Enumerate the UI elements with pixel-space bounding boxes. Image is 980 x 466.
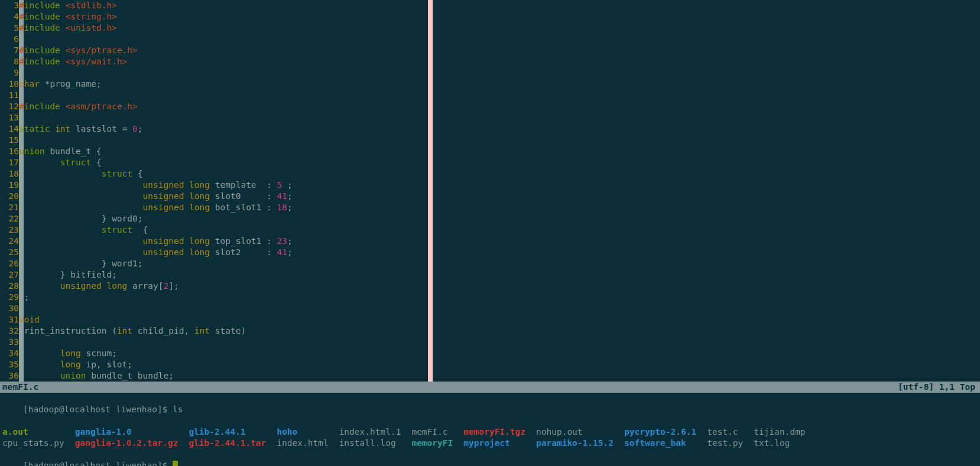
code-line[interactable]: 22 } word0;: [0, 213, 980, 224]
code-text: void: [19, 314, 40, 325]
line-number: 5: [0, 22, 20, 34]
line-number: 35: [0, 359, 20, 370]
line-number: 23: [0, 224, 20, 236]
code-line[interactable]: 11: [0, 90, 980, 101]
line-number: 28: [0, 281, 20, 292]
code-text: unsigned long slot0 : 41;: [19, 191, 293, 202]
color-column: [428, 0, 433, 382]
code-text: union bundle_t bundle;: [19, 370, 174, 382]
code-line[interactable]: 14static int lastslot = 0;: [0, 123, 980, 135]
ls-output: a.outganglia-1.0glib-2.44.1hohoindex.htm…: [2, 426, 816, 449]
code-line[interactable]: 17 struct {: [0, 157, 980, 168]
code-text: {: [19, 337, 24, 348]
code-line[interactable]: 7#include <sys/ptrace.h>: [0, 45, 980, 56]
code-line[interactable]: 6: [0, 34, 980, 45]
code-line[interactable]: 29};: [0, 292, 980, 303]
line-number: 21: [0, 202, 20, 213]
code-line[interactable]: 13: [0, 112, 980, 123]
code-text: struct {: [19, 224, 148, 236]
code-line[interactable]: 19 unsigned long template : 5 ;: [0, 180, 980, 191]
ls-entry: install.log: [339, 438, 412, 449]
code-text: unsigned long template : 5 ;: [19, 180, 293, 191]
code-text: struct {: [19, 168, 143, 180]
code-text: };: [19, 292, 29, 303]
code-line[interactable]: 3#include <stdlib.h>: [0, 0, 980, 11]
code-line[interactable]: 16union bundle_t {: [0, 146, 980, 157]
ls-entry: paramiko-1.15.2: [536, 438, 624, 449]
shell-prompt: [hadoop@localhost liwenhao]$: [23, 461, 173, 466]
ls-row: a.outganglia-1.0glib-2.44.1hohoindex.htm…: [2, 426, 816, 438]
ls-row: cpu_stats.pyganglia-1.0.2.tar.gzglib-2.4…: [2, 438, 816, 449]
code-text: long scnum;: [19, 348, 117, 359]
terminal-line: [hadoop@localhost liwenhao]$ ls: [2, 393, 980, 426]
code-text: unsigned long slot2 : 41;: [19, 247, 293, 258]
code-text: } word0;: [19, 213, 143, 224]
code-text: struct {: [19, 157, 102, 168]
code-text: char *prog_name;: [19, 79, 102, 90]
line-number: 20: [0, 191, 20, 202]
code-line[interactable]: 34 long scnum;: [0, 348, 980, 359]
line-number: 26: [0, 258, 20, 269]
code-text: static int lastslot = 0;: [19, 123, 143, 135]
code-line[interactable]: 30: [0, 303, 980, 314]
code-line[interactable]: 31void: [0, 314, 980, 325]
code-text: #include <stdlib.h>: [19, 0, 117, 11]
ls-entry: memoryFI: [411, 438, 463, 449]
vim-editor[interactable]: 3#include <stdlib.h>4#include <string.h>…: [0, 0, 980, 382]
code-text: #include <unistd.h>: [19, 22, 117, 34]
code-text: unsigned long bot_slot1 : 18;: [19, 202, 293, 213]
code-line[interactable]: 33{: [0, 337, 980, 348]
code-line[interactable]: 24 unsigned long top_slot1 : 23;: [0, 236, 980, 247]
line-number: 8: [0, 56, 20, 67]
status-scroll: Top: [960, 382, 975, 392]
code-line[interactable]: 10char *prog_name;: [0, 79, 980, 90]
cursor-column: [19, 67, 24, 79]
code-line[interactable]: 18 struct {: [0, 168, 980, 180]
code-line[interactable]: 4#include <string.h>: [0, 11, 980, 22]
code-line[interactable]: 8#include <sys/wait.h>: [0, 56, 980, 67]
code-line[interactable]: 35 long ip, slot;: [0, 359, 980, 370]
line-number: 6: [0, 34, 20, 45]
line-number: 18: [0, 168, 20, 180]
code-line[interactable]: 20 unsigned long slot0 : 41;: [0, 191, 980, 202]
terminal-line: [hadoop@localhost liwenhao]$: [2, 449, 980, 466]
line-number: 14: [0, 123, 20, 135]
code-line[interactable]: 23 struct {: [0, 224, 980, 236]
code-line[interactable]: 36 union bundle_t bundle;: [0, 370, 980, 382]
line-number: 29: [0, 292, 20, 303]
code-line[interactable]: 28 unsigned long array[2];: [0, 281, 980, 292]
code-text: union bundle_t {: [19, 146, 102, 157]
code-line[interactable]: 25 unsigned long slot2 : 41;: [0, 247, 980, 258]
line-number: 36: [0, 370, 20, 382]
code-line[interactable]: 12#include <asm/ptrace.h>: [0, 101, 980, 112]
code-text: #include <sys/wait.h>: [19, 56, 127, 67]
code-line[interactable]: 26 } word1;: [0, 258, 980, 269]
line-number: 25: [0, 247, 20, 258]
code-text: unsigned long top_slot1 : 23;: [19, 236, 293, 247]
code-line[interactable]: 9: [0, 67, 980, 79]
shell-command: ls: [173, 405, 183, 414]
cursor-column: [19, 34, 24, 45]
terminal[interactable]: [hadoop@localhost liwenhao]$ ls a.outgan…: [0, 393, 980, 466]
line-number: 10: [0, 79, 20, 90]
code-text: unsigned long array[2];: [19, 281, 179, 292]
line-number: 27: [0, 269, 20, 281]
line-number: 11: [0, 90, 20, 101]
line-number: 22: [0, 213, 20, 224]
code-text: #include <sys/ptrace.h>: [19, 45, 138, 56]
line-number: 31: [0, 314, 20, 325]
ls-entry: test.c: [707, 426, 754, 438]
ls-entry: glib-2.44.1: [189, 426, 277, 438]
code-text: } word1;: [19, 258, 143, 269]
ls-entry: index.html: [277, 438, 339, 449]
line-number: 16: [0, 146, 20, 157]
code-line[interactable]: 21 unsigned long bot_slot1 : 18;: [0, 202, 980, 213]
code-text: print_instruction (int child_pid, int st…: [19, 325, 246, 337]
code-text: #include <string.h>: [19, 11, 117, 22]
code-line[interactable]: 15: [0, 135, 980, 146]
code-line[interactable]: 32print_instruction (int child_pid, int …: [0, 325, 980, 337]
ls-entry: tijian.dmp: [754, 426, 816, 438]
code-line[interactable]: 27 } bitfield;: [0, 269, 980, 281]
code-text: } bitfield;: [19, 269, 117, 281]
code-line[interactable]: 5#include <unistd.h>: [0, 22, 980, 34]
